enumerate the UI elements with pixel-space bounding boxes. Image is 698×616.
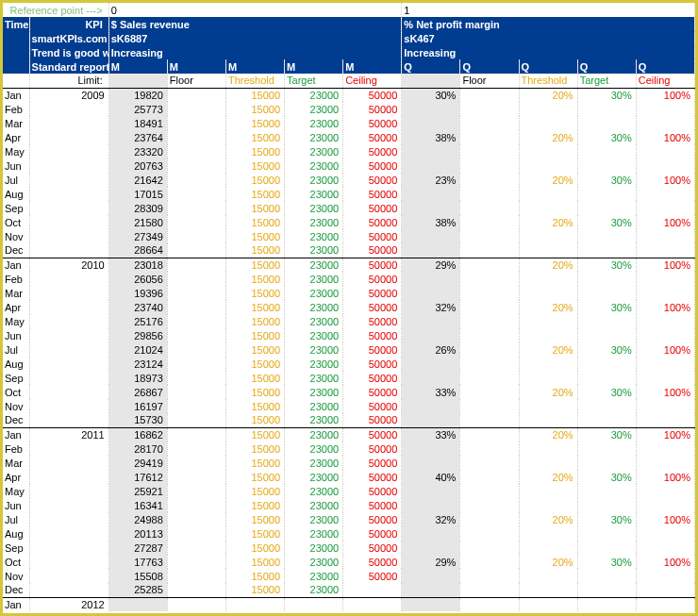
margin-ceiling[interactable] — [636, 357, 694, 371]
margin-threshold[interactable] — [519, 272, 577, 286]
month-cell[interactable]: Jun — [3, 498, 29, 512]
sales-value[interactable]: 25921 — [108, 484, 167, 498]
year-cell[interactable] — [29, 357, 108, 371]
sales-target[interactable]: 23000 — [285, 286, 343, 300]
sales-target[interactable]: 23000 — [285, 427, 343, 441]
margin-ceiling[interactable] — [636, 371, 694, 385]
sales-floor[interactable] — [167, 300, 225, 314]
margin-target[interactable]: 30% — [577, 512, 636, 526]
sales-floor[interactable] — [167, 569, 225, 583]
year-cell[interactable] — [29, 555, 108, 569]
sales-target[interactable]: 23000 — [285, 342, 343, 357]
year-cell[interactable] — [29, 342, 108, 357]
margin-target[interactable]: 30% — [577, 342, 636, 357]
sales-floor[interactable] — [167, 88, 225, 102]
year-cell[interactable] — [29, 470, 108, 484]
margin-floor[interactable] — [460, 116, 519, 130]
margin-value[interactable] — [402, 229, 460, 243]
margin-value[interactable]: 29% — [402, 555, 460, 569]
margin-threshold[interactable] — [519, 102, 577, 116]
margin-ceiling[interactable]: 100% — [636, 555, 694, 569]
margin-value[interactable] — [402, 456, 460, 470]
sales-ceiling[interactable] — [343, 583, 402, 597]
margin-threshold[interactable] — [519, 569, 577, 583]
margin-target[interactable] — [577, 272, 636, 286]
kpi-spreadsheet[interactable]: Reference point ---> 0 1 Time KPI $ Sale… — [3, 3, 695, 611]
ref-0[interactable]: 0 — [108, 3, 402, 17]
sales-ceiling[interactable]: 50000 — [343, 102, 402, 116]
kpi1-code[interactable]: sK467 — [402, 31, 695, 45]
margin-value[interactable] — [402, 399, 460, 413]
margin-floor[interactable] — [460, 286, 519, 300]
month-cell[interactable]: Feb — [3, 102, 29, 116]
sales-value[interactable]: 15730 — [108, 413, 167, 427]
year-cell[interactable] — [29, 399, 108, 413]
year-cell[interactable] — [29, 300, 108, 314]
year-cell[interactable] — [29, 498, 108, 512]
month-cell[interactable]: Aug — [3, 187, 29, 201]
sales-threshold[interactable]: 15000 — [225, 441, 284, 456]
margin-floor[interactable] — [460, 144, 519, 158]
sales-target[interactable]: 23000 — [285, 413, 343, 427]
margin-value[interactable] — [402, 413, 460, 427]
sales-ceiling[interactable]: 50000 — [343, 512, 402, 526]
year-cell[interactable] — [29, 130, 108, 144]
sales-threshold[interactable]: 15000 — [225, 498, 284, 512]
margin-value[interactable] — [402, 441, 460, 456]
sales-ceiling[interactable]: 50000 — [343, 158, 402, 173]
margin-floor[interactable] — [460, 399, 519, 413]
sales-ceiling[interactable]: 50000 — [343, 456, 402, 470]
margin-ceiling[interactable] — [636, 484, 694, 498]
kpi0-freq[interactable]: M — [108, 59, 167, 74]
sales-ceiling[interactable]: 50000 — [343, 484, 402, 498]
month-cell[interactable]: May — [3, 484, 29, 498]
sales-ceiling[interactable]: 50000 — [343, 342, 402, 357]
margin-floor[interactable] — [460, 413, 519, 427]
month-cell[interactable]: Aug — [3, 357, 29, 371]
sales-floor[interactable] — [167, 583, 225, 597]
sales-floor[interactable] — [167, 187, 225, 201]
margin-floor[interactable] — [460, 597, 519, 611]
month-cell[interactable]: Oct — [3, 555, 29, 569]
margin-ceiling[interactable] — [636, 456, 694, 470]
sales-target[interactable]: 23000 — [285, 314, 343, 328]
margin-floor[interactable] — [460, 102, 519, 116]
margin-ceiling[interactable] — [636, 272, 694, 286]
margin-ceiling[interactable] — [636, 583, 694, 597]
sales-value[interactable]: 28170 — [108, 441, 167, 456]
margin-value[interactable] — [402, 314, 460, 328]
sales-threshold[interactable]: 15000 — [225, 158, 284, 173]
year-cell[interactable] — [29, 569, 108, 583]
sales-threshold[interactable]: 15000 — [225, 541, 284, 555]
year-cell[interactable]: 2009 — [29, 88, 108, 102]
sales-target[interactable]: 23000 — [285, 484, 343, 498]
margin-floor[interactable] — [460, 498, 519, 512]
sales-floor[interactable] — [167, 258, 225, 272]
sales-threshold[interactable]: 15000 — [225, 357, 284, 371]
year-cell[interactable] — [29, 229, 108, 243]
month-cell[interactable]: Feb — [3, 441, 29, 456]
sales-floor[interactable] — [167, 484, 225, 498]
margin-floor[interactable] — [460, 541, 519, 555]
sales-value[interactable]: 23018 — [108, 258, 167, 272]
year-cell[interactable]: 2010 — [29, 258, 108, 272]
sales-value[interactable]: 17612 — [108, 470, 167, 484]
year-cell[interactable] — [29, 102, 108, 116]
sales-value[interactable]: 20113 — [108, 526, 167, 541]
margin-target[interactable] — [577, 102, 636, 116]
margin-ceiling[interactable]: 100% — [636, 173, 694, 187]
sales-floor[interactable] — [167, 441, 225, 456]
sales-ceiling[interactable]: 50000 — [343, 272, 402, 286]
margin-value[interactable] — [402, 597, 460, 611]
sales-floor[interactable] — [167, 102, 225, 116]
sales-threshold[interactable]: 15000 — [225, 258, 284, 272]
sales-value[interactable]: 29856 — [108, 328, 167, 342]
margin-ceiling[interactable]: 100% — [636, 512, 694, 526]
sales-floor[interactable] — [167, 173, 225, 187]
month-cell[interactable]: Oct — [3, 215, 29, 229]
sales-value[interactable]: 18973 — [108, 371, 167, 385]
kpi1-trend[interactable]: Increasing — [402, 45, 695, 59]
margin-threshold[interactable] — [519, 498, 577, 512]
sales-value[interactable]: 27287 — [108, 541, 167, 555]
sales-target[interactable]: 23000 — [285, 215, 343, 229]
